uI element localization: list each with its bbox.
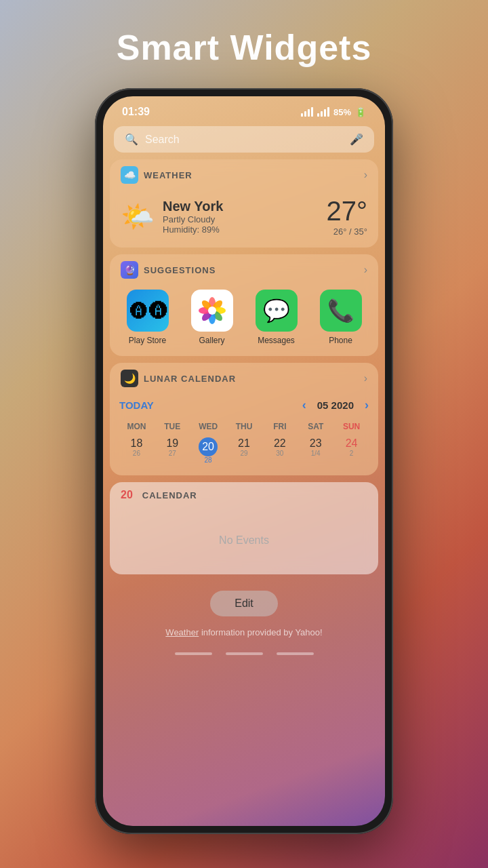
calendar-header: 20 CALENDAR: [110, 482, 378, 507]
status-bar: 01:39 85% 🔋: [103, 96, 385, 123]
home-indicator: [110, 647, 378, 663]
battery-icon: 🔋: [355, 107, 366, 117]
today-button[interactable]: TODAY: [119, 399, 154, 411]
weather-header: ☁️ WEATHER ›: [110, 159, 378, 189]
day-header-fri: FRI: [262, 419, 297, 434]
mic-icon[interactable]: 🎤: [350, 133, 363, 146]
phone-screen: 01:39 85% 🔋 🔍 Se: [103, 96, 385, 826]
app-icon-phone: 📞: [320, 290, 362, 332]
app-name-phone: Phone: [329, 336, 352, 345]
app-icon-gallery: [191, 290, 233, 332]
lunar-chevron[interactable]: ›: [364, 372, 367, 384]
app-icon-playstore: 🅐 🅐: [127, 290, 169, 332]
calendar-widget: 20 CALENDAR No Events: [110, 482, 378, 574]
weather-icon: 🌤️: [121, 201, 155, 233]
no-events-label: No Events: [219, 534, 269, 547]
cal-cell-21[interactable]: 21 29: [227, 435, 262, 466]
weather-body: 🌤️ New York Partly Cloudy Humidity: 89% …: [110, 189, 378, 248]
cal-cell-23[interactable]: 23 1/4: [298, 435, 333, 466]
signal-icon: [301, 107, 313, 117]
app-item-gallery[interactable]: Gallery: [188, 290, 237, 345]
weather-city: New York: [163, 199, 223, 214]
suggestions-chevron[interactable]: ›: [364, 264, 367, 276]
calendar-day-num: 20: [121, 489, 133, 501]
suggestions-body: 🅐 🅐 Play Store: [110, 284, 378, 356]
cal-cell-20[interactable]: 20 28: [191, 435, 226, 466]
day-header-sun: SUN: [334, 419, 369, 434]
calendar-title: CALENDAR: [142, 490, 197, 500]
day-header-mon: MON: [119, 419, 154, 434]
calendar-body: No Events: [110, 507, 378, 574]
lunar-calendar-widget: 🌙 LUNAR CALENDAR › TODAY ‹ 05 2020 ›: [110, 363, 378, 475]
day-header-thu: THU: [227, 419, 262, 434]
scroll-content[interactable]: ☁️ WEATHER › 🌤️ New York Partly Cloudy H…: [103, 159, 385, 826]
status-time: 01:39: [122, 106, 150, 118]
search-bar[interactable]: 🔍 Search 🎤: [114, 126, 374, 153]
footer-suffix: information provided by Yahoo!: [199, 627, 322, 637]
lunar-title: LUNAR CALENDAR: [144, 374, 236, 384]
suggestions-title: SUGGESTIONS: [144, 265, 216, 275]
day-header-wed: WED: [191, 419, 226, 434]
weather-temp: 27° 26° / 35°: [327, 196, 368, 237]
suggestions-widget-icon: 🔮: [121, 261, 138, 279]
weather-desc: Partly Cloudy: [163, 214, 223, 224]
app-item-playstore[interactable]: 🅐 🅐 Play Store: [123, 290, 172, 345]
edit-button[interactable]: Edit: [210, 591, 278, 616]
cal-cell-18[interactable]: 18 26: [119, 435, 154, 466]
weather-chevron[interactable]: ›: [364, 169, 367, 181]
weather-title: WEATHER: [144, 170, 192, 180]
weather-temp-main: 27°: [327, 196, 368, 226]
lunar-header: 🌙 LUNAR CALENDAR ›: [110, 363, 378, 393]
lunar-body: TODAY ‹ 05 2020 › MON TUE WED THU FRI: [110, 393, 378, 475]
app-icon-messages: 💬: [256, 290, 298, 332]
search-placeholder: Search: [145, 134, 343, 146]
day-header-sat: SAT: [298, 419, 333, 434]
footer: Weather information provided by Yahoo!: [110, 622, 378, 647]
svg-point-10: [208, 307, 216, 315]
weather-temp-range: 26° / 35°: [327, 226, 368, 237]
cal-cell-24[interactable]: 24 2: [334, 435, 369, 466]
suggestions-header: 🔮 SUGGESTIONS ›: [110, 254, 378, 284]
cal-cell-22[interactable]: 22 30: [262, 435, 297, 466]
status-icons: 85% 🔋: [301, 107, 366, 117]
calendar-grid: MON TUE WED THU FRI SAT SUN 18 26 19: [119, 419, 369, 466]
cal-cell-19[interactable]: 19 27: [155, 435, 190, 466]
svg-text:🅐: 🅐: [130, 301, 148, 321]
signal-icon-2: [317, 107, 329, 117]
weather-humidity: Humidity: 89%: [163, 224, 223, 235]
search-icon: 🔍: [125, 133, 138, 146]
day-header-tue: TUE: [155, 419, 190, 434]
app-item-phone[interactable]: 📞 Phone: [317, 290, 365, 345]
edit-section: Edit: [110, 581, 378, 622]
month-label: 05 2020: [317, 399, 354, 411]
suggestions-widget: 🔮 SUGGESTIONS › 🅐 🅐 Play S: [110, 254, 378, 356]
weather-widget-icon: ☁️: [121, 166, 138, 184]
app-name-playstore: Play Store: [129, 336, 166, 345]
app-item-messages[interactable]: 💬 Messages: [252, 290, 301, 345]
app-name-gallery: Gallery: [199, 336, 224, 345]
prev-month-arrow[interactable]: ‹: [302, 398, 306, 412]
next-month-arrow[interactable]: ›: [365, 398, 369, 412]
page-title: Smart Widgets: [117, 27, 372, 68]
lunar-widget-icon: 🌙: [121, 370, 138, 387]
weather-link[interactable]: Weather: [165, 627, 199, 637]
phone-shell: 01:39 85% 🔋 🔍 Se: [95, 88, 393, 834]
weather-widget: ☁️ WEATHER › 🌤️ New York Partly Cloudy H…: [110, 159, 378, 248]
app-name-messages: Messages: [258, 336, 295, 345]
battery-label: 85%: [333, 107, 351, 117]
